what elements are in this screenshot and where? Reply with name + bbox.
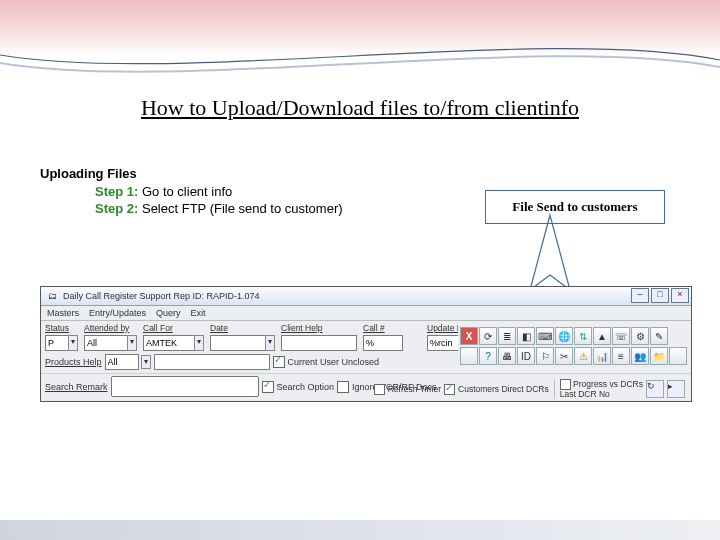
client-input[interactable] <box>281 335 357 351</box>
label-last-dcr: Last DCR No <box>560 390 610 399</box>
menu-query[interactable]: Query <box>156 308 181 318</box>
page-title: How to Upload/Download files to/from cli… <box>0 95 720 121</box>
warn-icon[interactable]: ⚠ <box>574 347 592 365</box>
search-input[interactable] <box>111 376 259 397</box>
callout-file-send: File Send to customers <box>485 190 665 224</box>
maximize-button[interactable]: □ <box>651 288 669 303</box>
menubar: Masters Entry/Updates Query Exit <box>41 306 691 321</box>
instructions: Uploading Files Step 1: Go to client inf… <box>40 165 343 218</box>
callfor-dropdown[interactable]: ▾ <box>194 335 204 351</box>
step-2: Step 2: Select FTP (File send to custome… <box>95 200 343 218</box>
id-icon[interactable]: ID <box>517 347 535 365</box>
app-screenshot: 🗂 Daily Call Register Support Rep ID: RA… <box>40 286 692 402</box>
label-callno: Call # <box>363 323 385 333</box>
checkbox-refresh[interactable] <box>374 384 385 395</box>
x2[interactable] <box>669 347 687 365</box>
note-icon[interactable]: ✎ <box>650 327 668 345</box>
callfor-input[interactable] <box>143 335 195 351</box>
footer-band <box>0 520 720 540</box>
phone-icon[interactable]: ☏ <box>612 327 630 345</box>
checkbox-search-option[interactable] <box>262 381 274 393</box>
banner-wave <box>0 0 720 70</box>
checkbox-ignore[interactable] <box>337 381 349 393</box>
label-current-user: Current User Unclosed <box>288 357 380 367</box>
label-search: Search Remark <box>45 382 108 392</box>
label-status: Status <box>45 323 69 333</box>
menu-exit[interactable]: Exit <box>191 308 206 318</box>
attended-input[interactable] <box>84 335 128 351</box>
telnet-icon[interactable]: ⌨ <box>536 327 554 345</box>
label-client: Client Help <box>281 323 323 333</box>
status-strip: Refresh Timer Customers Direct DCRs Prog… <box>374 379 685 399</box>
db-icon[interactable]: ≡ <box>612 347 630 365</box>
date-dropdown[interactable]: ▾ <box>265 335 275 351</box>
minimize-button[interactable]: – <box>631 288 649 303</box>
label-callfor: Call For <box>143 323 173 333</box>
products-dropdown[interactable]: ▾ <box>141 355 151 369</box>
label-attended: Attended by <box>84 323 129 333</box>
help-icon[interactable]: ? <box>479 347 497 365</box>
products-desc-input[interactable] <box>154 354 270 370</box>
excel-icon[interactable]: X <box>460 327 478 345</box>
globe-icon[interactable]: 🌐 <box>555 327 573 345</box>
folder-icon[interactable]: 📁 <box>650 347 668 365</box>
menu-entry-updates[interactable]: Entry/Updates <box>89 308 146 318</box>
app-icon: 🗂 <box>45 289 59 303</box>
refresh-button[interactable]: ↻ <box>646 380 664 398</box>
status-input[interactable] <box>45 335 69 351</box>
status-dropdown[interactable]: ▾ <box>68 335 78 351</box>
print-icon[interactable]: 🖶 <box>498 347 516 365</box>
section-heading: Uploading Files <box>40 165 343 183</box>
gear-icon[interactable]: ⚙ <box>631 327 649 345</box>
window-titlebar: 🗂 Daily Call Register Support Rep ID: RA… <box>41 287 691 306</box>
checkbox-customers[interactable] <box>444 384 455 395</box>
x1[interactable] <box>460 347 478 365</box>
script-icon[interactable]: ≣ <box>498 327 516 345</box>
callno-input[interactable] <box>363 335 403 351</box>
remote-icon[interactable]: ◧ <box>517 327 535 345</box>
label-products: Products Help <box>45 357 102 367</box>
refresh-icon[interactable]: ⟳ <box>479 327 497 345</box>
date-input[interactable] <box>210 335 266 351</box>
step-1: Step 1: Go to client info <box>95 183 343 201</box>
shield-icon[interactable]: ▲ <box>593 327 611 345</box>
attended-dropdown[interactable]: ▾ <box>127 335 137 351</box>
toolbar: X⟳≣◧⌨🌐⇅▲☏⚙✎ ?🖶ID⚐✂⚠📊≡👥📁 <box>458 325 689 367</box>
chart-icon[interactable]: 📊 <box>593 347 611 365</box>
goto-button[interactable]: ▸ <box>667 380 685 398</box>
ftp-icon[interactable]: ⇅ <box>574 327 592 345</box>
products-input[interactable] <box>105 354 139 370</box>
flag-icon[interactable]: ⚐ <box>536 347 554 365</box>
callout-pointer <box>520 215 580 295</box>
close-button[interactable]: × <box>671 288 689 303</box>
menu-masters[interactable]: Masters <box>47 308 79 318</box>
tool-icon[interactable]: ✂ <box>555 347 573 365</box>
users-icon[interactable]: 👥 <box>631 347 649 365</box>
window-title: Daily Call Register Support Rep ID: RAPI… <box>63 291 260 301</box>
checkbox-progress[interactable] <box>560 379 571 390</box>
label-date: Date <box>210 323 228 333</box>
checkbox-current-user[interactable] <box>273 356 285 368</box>
label-search-option: Search Option <box>277 382 335 392</box>
